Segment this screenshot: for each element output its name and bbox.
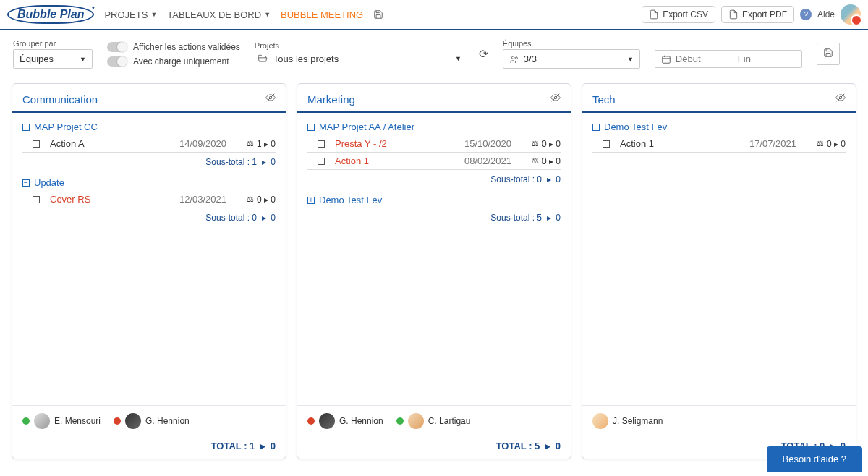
checkbox[interactable] xyxy=(318,158,325,165)
toggle-charge[interactable]: Avec charge uniquement xyxy=(107,56,240,67)
svg-rect-2 xyxy=(663,56,671,62)
person[interactable]: J. Seligmann xyxy=(592,413,663,429)
group-by-select[interactable]: Équipes▼ xyxy=(13,49,93,69)
date-range[interactable] xyxy=(655,50,802,68)
help-icon[interactable]: ? xyxy=(800,9,812,20)
project-toggle[interactable]: −MAP Projet CC xyxy=(22,119,276,135)
caret-down-icon: ▼ xyxy=(264,11,271,18)
team-card: Marketing−MAP Projet AA / AtelierPresta … xyxy=(297,83,571,459)
card-header: Marketing xyxy=(297,84,571,111)
project-name: MAP Projet AA / Atelier xyxy=(319,122,414,132)
action-stats: ⚖ 0 ▸ 0 xyxy=(232,195,276,205)
card-title: Tech xyxy=(592,93,616,106)
date-debut-input[interactable] xyxy=(676,54,733,64)
collapse-icon: − xyxy=(22,179,30,187)
nav-projets[interactable]: PROJETS▼ xyxy=(104,9,157,20)
action-name[interactable]: Action A xyxy=(46,138,152,149)
checkbox[interactable] xyxy=(603,140,610,148)
team-card: Communication−MAP Projet CCAction A14/09… xyxy=(12,83,286,459)
action-row: Action 108/02/2021⚖ 0 ▸ 0 xyxy=(307,153,561,170)
card-people: E. MensouriG. Hennion xyxy=(12,405,286,436)
action-stats: ⚖ 0 ▸ 0 xyxy=(802,139,846,149)
switch-icon xyxy=(107,42,127,52)
weight-icon: ⚖ xyxy=(817,139,824,148)
collapse-icon: − xyxy=(307,124,315,131)
project-toggle[interactable]: −Update xyxy=(22,174,276,191)
card-body: −Démo Test FevAction 117/07/2021⚖ 0 ▸ 0 xyxy=(582,113,856,405)
person[interactable]: G. Hennion xyxy=(114,413,190,429)
project-name: Démo Test Fev xyxy=(604,122,667,132)
subtotal: Sous-total : 0 ▸ 0 xyxy=(22,208,276,230)
subtotal: Sous-total : 1 ▸ 0 xyxy=(22,153,276,174)
folder-open-icon xyxy=(258,54,268,64)
team-card: Tech−Démo Test FevAction 117/07/2021⚖ 0 … xyxy=(582,83,856,459)
status-dot xyxy=(22,417,30,425)
action-name[interactable]: Action 1 xyxy=(331,156,437,166)
project-toggle[interactable]: +Démo Test Fev xyxy=(307,192,561,208)
action-stats: ⚖ 0 ▸ 0 xyxy=(517,139,561,149)
help-widget[interactable]: Besoin d'aide ? xyxy=(767,446,863,472)
avatar xyxy=(319,413,335,429)
card-body: −MAP Projet CCAction A14/09/2020⚖ 1 ▸ 0S… xyxy=(12,113,286,405)
topbar: Bubble Plan PROJETS▼ TABLEAUX DE BORD▼ B… xyxy=(0,0,868,30)
checkbox[interactable] xyxy=(33,196,40,203)
project-name: MAP Projet CC xyxy=(34,122,98,132)
date-fin-input[interactable] xyxy=(738,54,796,64)
avatar xyxy=(592,413,608,429)
person-name: E. Mensouri xyxy=(54,416,101,426)
main-nav: PROJETS▼ TABLEAUX DE BORD▼ BUBBLE MEETIN… xyxy=(104,9,383,20)
card-body: −MAP Projet AA / AtelierPresta Y - /215/… xyxy=(297,113,571,405)
checkbox[interactable] xyxy=(33,140,40,148)
filters-bar: Grouper par Équipes▼ Afficher les action… xyxy=(0,30,868,77)
weight-icon: ⚖ xyxy=(532,156,539,166)
toggle-validated[interactable]: Afficher les actions validées xyxy=(107,42,240,52)
action-row: Presta Y - /215/10/2020⚖ 0 ▸ 0 xyxy=(307,135,561,153)
card-header: Communication xyxy=(12,84,286,111)
equipes-select[interactable]: 3/3 ▼ xyxy=(503,49,640,69)
project-toggle[interactable]: −MAP Projet AA / Atelier xyxy=(307,119,561,135)
save-icon[interactable] xyxy=(373,9,383,20)
user-avatar[interactable] xyxy=(841,4,861,25)
expand-icon: + xyxy=(307,197,315,204)
export-pdf-button[interactable]: Export PDF xyxy=(721,6,794,23)
status-dot xyxy=(396,417,404,425)
card-total: TOTAL : 5 ▸ 0 xyxy=(297,436,571,459)
collapse-icon: − xyxy=(592,124,600,131)
caret-down-icon: ▼ xyxy=(80,56,86,63)
person[interactable]: G. Hennion xyxy=(307,413,383,429)
card-title: Communication xyxy=(22,93,98,106)
help-label[interactable]: Aide xyxy=(817,9,835,20)
nav-tableaux[interactable]: TABLEAUX DE BORD▼ xyxy=(167,9,271,20)
caret-down-icon: ▼ xyxy=(150,11,157,18)
project-name: Update xyxy=(34,177,64,188)
action-date: 14/09/2020 xyxy=(158,138,226,149)
project-toggle[interactable]: −Démo Test Fev xyxy=(592,119,846,135)
projets-label: Projets xyxy=(255,41,464,50)
action-name[interactable]: Cover RS xyxy=(46,194,152,205)
person[interactable]: E. Mensouri xyxy=(22,413,101,429)
caret-down-icon: ▼ xyxy=(455,55,461,62)
person-name: J. Seligmann xyxy=(613,416,663,426)
card-title: Marketing xyxy=(307,93,355,106)
projets-select[interactable]: Tous les projets ▼ xyxy=(255,51,464,67)
card-people: G. HennionC. Lartigau xyxy=(297,405,571,436)
logo[interactable]: Bubble Plan xyxy=(7,5,94,24)
action-row: Action 117/07/2021⚖ 0 ▸ 0 xyxy=(592,135,846,153)
topbar-right: Export CSV Export PDF ? Aide xyxy=(642,4,861,25)
file-icon xyxy=(728,9,739,20)
checkbox[interactable] xyxy=(318,140,325,148)
save-filters-button[interactable] xyxy=(817,43,840,65)
person[interactable]: C. Lartigau xyxy=(396,413,471,429)
save-icon xyxy=(823,48,833,58)
action-date: 15/10/2020 xyxy=(443,138,511,149)
hide-icon[interactable] xyxy=(265,93,276,106)
action-name[interactable]: Presta Y - /2 xyxy=(331,138,437,149)
nav-bubble-meeting[interactable]: BUBBLE MEETING xyxy=(281,9,363,20)
hide-icon[interactable] xyxy=(835,93,846,106)
action-name[interactable]: Action 1 xyxy=(616,138,722,149)
refresh-icon[interactable]: ⟳ xyxy=(479,47,488,61)
caret-down-icon: ▼ xyxy=(627,56,634,63)
users-icon xyxy=(509,54,519,64)
export-csv-button[interactable]: Export CSV xyxy=(642,6,715,23)
hide-icon[interactable] xyxy=(550,93,561,106)
